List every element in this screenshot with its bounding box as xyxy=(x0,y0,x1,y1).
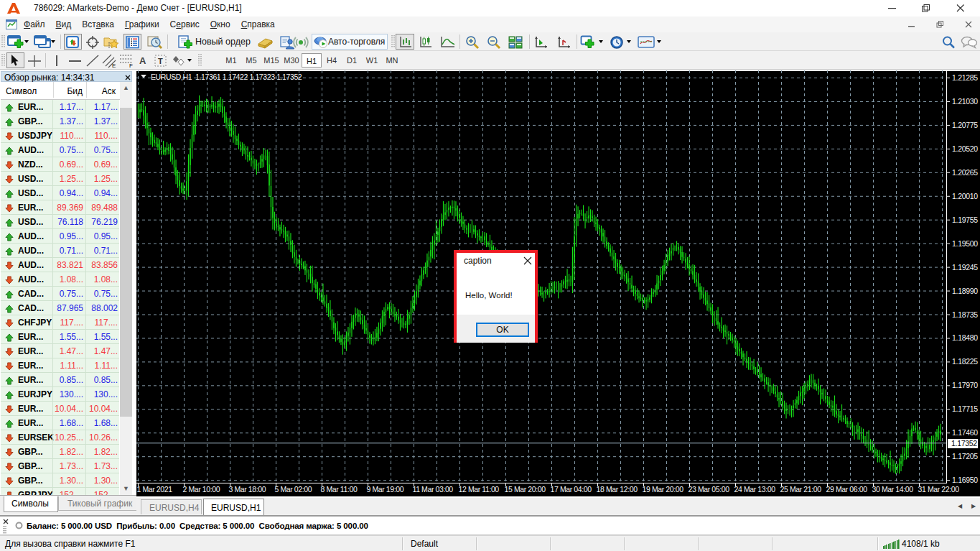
svg-text:1.17352: 1.17352 xyxy=(951,439,977,448)
svg-text:1.20265: 1.20265 xyxy=(952,168,978,177)
svg-text:24 Mar 13:00: 24 Mar 13:00 xyxy=(734,485,776,494)
svg-text:1.19245: 1.19245 xyxy=(952,263,978,272)
svg-text:1.20010: 1.20010 xyxy=(952,192,978,200)
svg-text:1.19755: 1.19755 xyxy=(952,216,978,224)
svg-text:3 Mar 18:00: 3 Mar 18:00 xyxy=(229,485,266,494)
svg-text:1.20520: 1.20520 xyxy=(952,144,978,153)
svg-text:1.19500: 1.19500 xyxy=(952,239,978,248)
svg-text:1.17205: 1.17205 xyxy=(952,452,978,460)
svg-text:30 Mar 14:00: 30 Mar 14:00 xyxy=(872,485,914,494)
svg-text:1.17715: 1.17715 xyxy=(952,404,978,413)
svg-text:1.20775: 1.20775 xyxy=(952,121,978,129)
svg-text:5 Mar 02:00: 5 Mar 02:00 xyxy=(275,485,312,494)
svg-text:1.18735: 1.18735 xyxy=(952,310,978,319)
svg-text:29 Mar 06:00: 29 Mar 06:00 xyxy=(826,485,868,494)
svg-text:15 Mar 20:00: 15 Mar 20:00 xyxy=(505,485,546,494)
svg-text:1.21285: 1.21285 xyxy=(952,73,978,82)
svg-text:8 Mar 11:00: 8 Mar 11:00 xyxy=(321,485,358,494)
svg-text:25 Mar 21:00: 25 Mar 21:00 xyxy=(780,485,822,494)
svg-text:23 Mar 05:00: 23 Mar 05:00 xyxy=(689,485,730,494)
svg-text:9 Mar 19:00: 9 Mar 19:00 xyxy=(367,485,404,494)
svg-text:31 Mar 22:00: 31 Mar 22:00 xyxy=(918,485,960,494)
svg-text:19 Mar 20:00: 19 Mar 20:00 xyxy=(643,485,684,494)
svg-text:12 Mar 11:00: 12 Mar 11:00 xyxy=(459,485,500,494)
svg-text:F: F xyxy=(129,62,133,68)
svg-text:11 Mar 03:00: 11 Mar 03:00 xyxy=(413,485,454,494)
svg-text:1.18990: 1.18990 xyxy=(952,287,978,295)
svg-text:E: E xyxy=(112,62,116,68)
svg-text:18 Mar 12:00: 18 Mar 12:00 xyxy=(597,485,638,494)
svg-text:1.18225: 1.18225 xyxy=(952,357,978,366)
svg-text:1.17460: 1.17460 xyxy=(952,428,978,437)
svg-text:1.17970: 1.17970 xyxy=(952,381,978,389)
svg-text:17 Mar 04:00: 17 Mar 04:00 xyxy=(551,485,592,494)
svg-text:T: T xyxy=(158,57,163,65)
svg-text:1 Mar 2021: 1 Mar 2021 xyxy=(137,485,173,494)
svg-text:EURUSD,H1 1.17361 1.17422 1.1: EURUSD,H1 1.17361 1.17422 1.17323 1.1735… xyxy=(151,73,302,81)
svg-text:1.18480: 1.18480 xyxy=(952,333,978,342)
svg-text:1.16950: 1.16950 xyxy=(952,476,978,484)
svg-text:2 Mar 10:00: 2 Mar 10:00 xyxy=(183,485,220,494)
svg-text:1.21030: 1.21030 xyxy=(952,97,978,106)
